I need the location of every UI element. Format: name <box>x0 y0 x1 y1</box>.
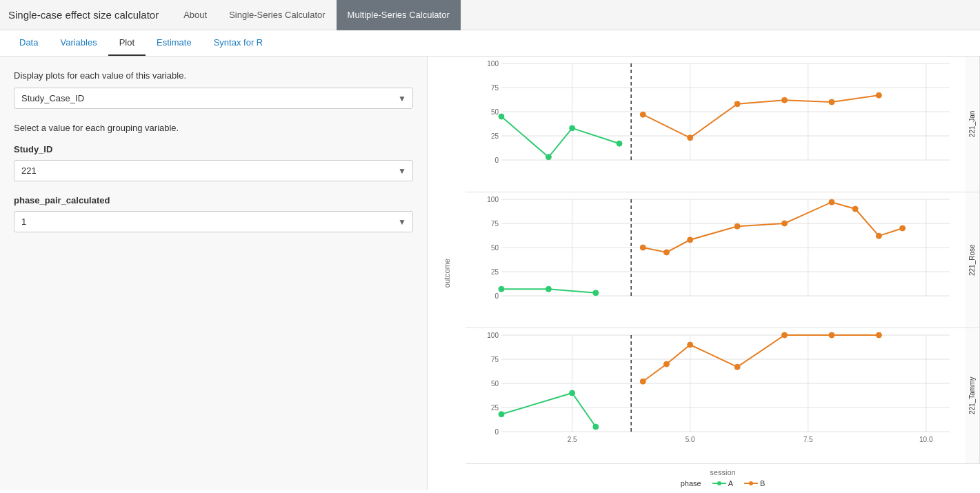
phase-pair-wrapper: 1 ▼ <box>14 211 413 232</box>
right-panel: outcome 0255075100 221_Jan 0255075100 <box>428 57 980 490</box>
legend-line-a-icon <box>712 480 726 487</box>
nav-single-series[interactable]: Single-Series Calculator <box>218 0 336 30</box>
chart-row-tammy: 0255075100 2.55.07.510.0 221_Tammy <box>466 328 980 464</box>
tab-plot[interactable]: Plot <box>108 30 146 56</box>
display-plots-label: Display plots for each value of this var… <box>14 70 413 81</box>
svg-point-42 <box>640 245 646 250</box>
svg-point-22 <box>829 99 834 105</box>
charts-and-labels: 0255075100 221_Jan 0255075100 221_Rose 0… <box>466 57 980 490</box>
svg-text:75: 75 <box>491 84 499 92</box>
chart-svg-jan: 0255075100 <box>466 57 965 192</box>
svg-point-71 <box>570 390 575 396</box>
chart-side-label-jan: 221_Jan <box>965 57 980 192</box>
svg-point-82 <box>717 481 721 485</box>
display-variable-select[interactable]: Study_Case_ID <box>14 88 413 109</box>
svg-point-73 <box>640 379 646 384</box>
svg-point-43 <box>663 250 669 255</box>
bottom-area: session phase A <box>466 464 980 490</box>
main-content: Display plots for each value of this var… <box>0 57 980 490</box>
svg-point-70 <box>499 412 504 417</box>
svg-point-49 <box>876 233 881 239</box>
svg-point-18 <box>640 112 646 117</box>
svg-point-45 <box>734 223 740 229</box>
chart-side-label-tammy: 221_Tammy <box>965 328 980 463</box>
svg-text:25: 25 <box>491 132 499 140</box>
svg-text:10.0: 10.0 <box>919 436 933 443</box>
chart-svg-rose: 0255075100 <box>466 192 965 328</box>
chart-row-rose: 0255075100 221_Rose <box>466 192 980 328</box>
top-nav: Single-case effect size calculator About… <box>0 0 980 30</box>
svg-point-41 <box>593 290 599 296</box>
nav-about[interactable]: About <box>172 0 218 30</box>
svg-point-76 <box>734 364 740 370</box>
tab-variables[interactable]: Variables <box>49 30 108 56</box>
svg-text:5.0: 5.0 <box>686 436 695 443</box>
legend: phase A <box>681 479 766 487</box>
x-axis-label: session <box>710 468 735 476</box>
svg-point-16 <box>570 125 575 131</box>
svg-point-74 <box>663 361 669 367</box>
svg-text:75: 75 <box>491 220 499 228</box>
svg-text:50: 50 <box>491 380 499 388</box>
phase-pair-label: phase_pair_calculated <box>14 195 413 205</box>
left-panel: Display plots for each value of this var… <box>0 57 428 490</box>
svg-point-21 <box>782 97 788 103</box>
phase-pair-select[interactable]: 1 <box>14 211 413 232</box>
display-variable-wrapper: Study_Case_ID ▼ <box>14 88 413 109</box>
charts-wrapper: outcome 0255075100 221_Jan 0255075100 <box>428 57 980 490</box>
svg-text:25: 25 <box>491 268 499 276</box>
study-id-label: Study_ID <box>14 144 413 154</box>
tab-estimate[interactable]: Estimate <box>146 30 203 56</box>
legend-item-a: A <box>712 479 733 487</box>
svg-point-15 <box>546 154 551 160</box>
svg-point-78 <box>829 332 834 338</box>
legend-phase-label: phase <box>681 479 701 487</box>
chart-svg-tammy: 0255075100 2.55.07.510.0 <box>466 328 965 463</box>
svg-point-48 <box>852 206 858 212</box>
svg-text:0: 0 <box>494 428 499 436</box>
svg-point-44 <box>688 237 693 243</box>
svg-point-17 <box>617 141 622 146</box>
svg-text:0: 0 <box>494 292 499 300</box>
svg-text:75: 75 <box>491 356 499 363</box>
svg-point-40 <box>546 286 551 292</box>
tab-syntax[interactable]: Syntax for R <box>203 30 274 56</box>
svg-point-46 <box>782 221 788 226</box>
svg-text:100: 100 <box>487 332 499 339</box>
svg-point-23 <box>876 92 881 98</box>
study-id-select[interactable]: 221 <box>14 160 413 181</box>
chart-row-jan: 0255075100 221_Jan <box>466 57 980 192</box>
svg-point-84 <box>749 481 753 485</box>
svg-point-14 <box>499 114 504 119</box>
svg-text:0: 0 <box>494 157 499 164</box>
svg-point-50 <box>900 225 906 231</box>
y-axis-label: outcome <box>443 259 451 288</box>
chart-side-label-rose: 221_Rose <box>965 192 980 328</box>
tab-data[interactable]: Data <box>8 30 49 56</box>
grouping-label: Select a value for each grouping variabl… <box>14 123 413 133</box>
legend-label-b: B <box>760 479 765 487</box>
y-axis-area: outcome <box>428 57 466 490</box>
nav-multiple-series[interactable]: Multiple-Series Calculator <box>337 0 461 30</box>
svg-text:7.5: 7.5 <box>803 436 813 443</box>
svg-point-79 <box>876 332 881 338</box>
svg-point-19 <box>688 135 693 141</box>
legend-label-a: A <box>728 479 733 487</box>
svg-point-75 <box>688 342 693 348</box>
svg-point-77 <box>782 332 788 338</box>
app-title: Single-case effect size calculator <box>8 9 159 21</box>
sub-tabs: Data Variables Plot Estimate Syntax for … <box>0 30 980 57</box>
svg-text:100: 100 <box>487 60 499 68</box>
svg-point-20 <box>734 101 740 107</box>
svg-point-39 <box>499 286 504 292</box>
svg-text:100: 100 <box>487 196 499 203</box>
svg-text:2.5: 2.5 <box>568 436 577 443</box>
svg-text:25: 25 <box>491 404 499 412</box>
legend-line-b-icon <box>744 480 758 487</box>
legend-item-b: B <box>744 479 765 487</box>
svg-point-47 <box>829 199 834 205</box>
svg-text:50: 50 <box>491 244 499 252</box>
svg-text:50: 50 <box>491 108 499 116</box>
study-id-wrapper: 221 ▼ <box>14 160 413 181</box>
charts-container: 0255075100 221_Jan 0255075100 221_Rose 0… <box>466 57 980 464</box>
